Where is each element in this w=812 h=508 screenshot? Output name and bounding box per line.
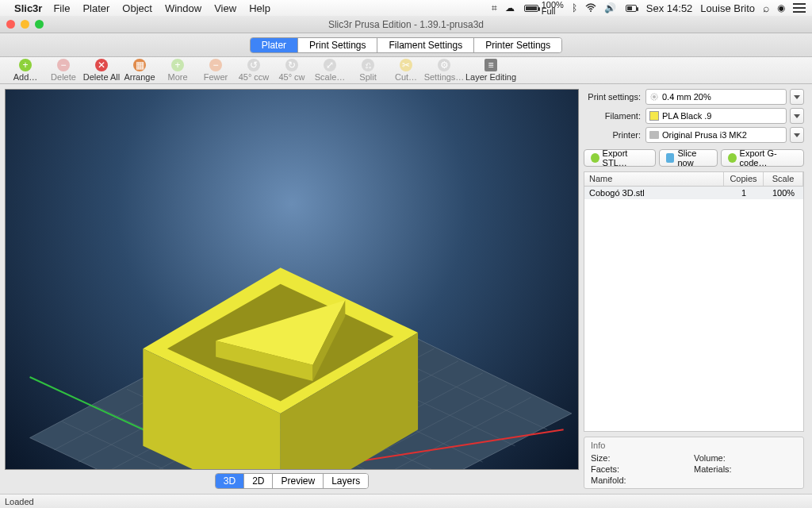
menu-object[interactable]: Object	[122, 2, 152, 14]
filament-value: PLA Black .9	[662, 111, 711, 121]
tab-printer-settings[interactable]: Printer Settings	[474, 38, 561, 52]
object-table: Name Copies Scale Cobogó 3D.stl 1 100%	[584, 171, 804, 432]
export-stl-icon	[591, 153, 599, 163]
tb-add[interactable]: +Add…	[6, 58, 44, 83]
list-icon[interactable]	[793, 3, 806, 13]
menu-view[interactable]: View	[214, 2, 236, 14]
info-materials: Materials:	[694, 464, 797, 474]
slice-icon	[666, 153, 675, 163]
toolbar: +Add… −Delete ✕Delete All ▦Arrange +More…	[0, 57, 812, 84]
statusbar: Loaded	[0, 494, 812, 508]
window-title: Slic3r Prusa Edition - 1.39.1-prusa3d	[0, 19, 812, 30]
tb-scale[interactable]: ⤢Scale…	[311, 58, 349, 83]
printer-label: Printer:	[584, 130, 642, 140]
status-text: Loaded	[5, 497, 34, 506]
bluetooth-icon[interactable]: ᛒ	[572, 2, 577, 13]
info-size: Size:	[591, 453, 694, 463]
volume-icon[interactable]: 🔊	[604, 2, 616, 13]
user-name[interactable]: Louise Brito	[700, 2, 755, 14]
tb-layer-editing[interactable]: ≡Layer Editing	[463, 58, 519, 83]
tb-arrange[interactable]: ▦Arrange	[121, 58, 159, 83]
viewtab-2d[interactable]: 2D	[244, 474, 273, 488]
tab-print-settings[interactable]: Print Settings	[298, 38, 377, 52]
tb-delete-all[interactable]: ✕Delete All	[82, 58, 121, 83]
dropbox-icon[interactable]: ⌗	[492, 2, 497, 13]
printer-icon	[649, 131, 659, 139]
tb-more[interactable]: +More	[159, 58, 197, 83]
menu-help[interactable]: Help	[249, 2, 270, 14]
export-gcode-icon	[728, 153, 737, 163]
model-object[interactable]	[143, 267, 418, 470]
info-facets: Facets:	[591, 464, 694, 474]
chevron-down-icon	[794, 95, 800, 99]
3d-scene	[6, 90, 578, 470]
chevron-down-icon	[794, 114, 800, 118]
cell-copies: 1	[724, 188, 764, 198]
filament-dropdown[interactable]	[790, 108, 804, 124]
chevron-down-icon	[794, 133, 800, 137]
macos-menubar: Slic3r File Plater Object Window View He…	[0, 0, 812, 16]
print-settings-label: Print settings:	[584, 92, 642, 102]
tb-delete[interactable]: −Delete	[44, 58, 82, 83]
slice-now-button[interactable]: Slice now	[659, 149, 718, 167]
menu-plater[interactable]: Plater	[82, 2, 109, 14]
info-volume: Volume:	[694, 453, 797, 463]
tb-cut[interactable]: ✂Cut…	[387, 58, 425, 83]
viewtab-preview[interactable]: Preview	[273, 474, 324, 488]
window-titlebar: Slic3r Prusa Edition - 1.39.1-prusa3d	[0, 16, 812, 33]
filament-label: Filament:	[584, 111, 642, 121]
tab-plater[interactable]: Plater	[251, 38, 298, 52]
filament-combo[interactable]: PLA Black .9	[645, 108, 787, 124]
info-title: Info	[591, 441, 797, 450]
battery-indicator[interactable]: 100% Full	[523, 2, 564, 14]
battery-sub: Full	[542, 8, 564, 14]
cloud-icon[interactable]: ☁	[505, 2, 515, 13]
printer-value: Original Prusa i3 MK2	[662, 130, 747, 140]
tab-filament-settings[interactable]: Filament Settings	[377, 38, 474, 52]
cell-name: Cobogó 3D.stl	[584, 188, 724, 198]
th-name[interactable]: Name	[584, 172, 724, 186]
printer-dropdown[interactable]	[790, 127, 804, 143]
wifi-icon[interactable]	[585, 3, 596, 13]
3d-viewport[interactable]	[5, 89, 579, 470]
viewtab-3d[interactable]: 3D	[216, 474, 244, 488]
menu-file[interactable]: File	[53, 2, 70, 14]
svg-point-0	[590, 10, 592, 12]
siri-icon[interactable]: ◉	[777, 2, 785, 13]
spotlight-icon[interactable]: ⌕	[763, 2, 769, 14]
clock-text[interactable]: Sex 14:52	[646, 2, 693, 14]
tb-45cw[interactable]: ↻45° cw	[273, 58, 311, 83]
gear-icon	[649, 92, 659, 102]
table-row[interactable]: Cobogó 3D.stl 1 100%	[584, 187, 803, 199]
tb-settings[interactable]: ⚙Settings…	[425, 58, 463, 83]
viewtab-layers[interactable]: Layers	[324, 474, 368, 488]
info-manifold: Manifold:	[591, 475, 694, 485]
viewport-tabs: 3D 2D Preview Layers	[5, 473, 579, 489]
power-icon[interactable]	[624, 5, 638, 12]
printer-combo[interactable]: Original Prusa i3 MK2	[645, 127, 787, 143]
cell-scale: 100%	[764, 188, 803, 198]
main-tabs: Plater Print Settings Filament Settings …	[0, 33, 812, 57]
print-settings-dropdown[interactable]	[790, 89, 804, 105]
print-settings-combo[interactable]: 0.4 mm 20%	[645, 89, 787, 105]
export-stl-button[interactable]: Export STL…	[584, 149, 656, 167]
svg-point-29	[653, 95, 656, 98]
menu-window[interactable]: Window	[165, 2, 201, 14]
right-panel: Print settings: 0.4 mm 20% Filament: PLA…	[584, 84, 812, 494]
app-name[interactable]: Slic3r	[14, 2, 42, 14]
tb-fewer[interactable]: −Fewer	[197, 58, 235, 83]
filament-swatch	[649, 111, 659, 121]
th-copies[interactable]: Copies	[724, 172, 764, 186]
tb-45ccw[interactable]: ↺45° ccw	[235, 58, 273, 83]
info-box: Info Size: Volume: Facets: Materials: Ma…	[584, 437, 804, 489]
export-gcode-button[interactable]: Export G-code…	[721, 149, 804, 167]
th-scale[interactable]: Scale	[764, 172, 803, 186]
print-settings-value: 0.4 mm 20%	[662, 92, 711, 102]
tb-split[interactable]: ⎌Split	[349, 58, 387, 83]
